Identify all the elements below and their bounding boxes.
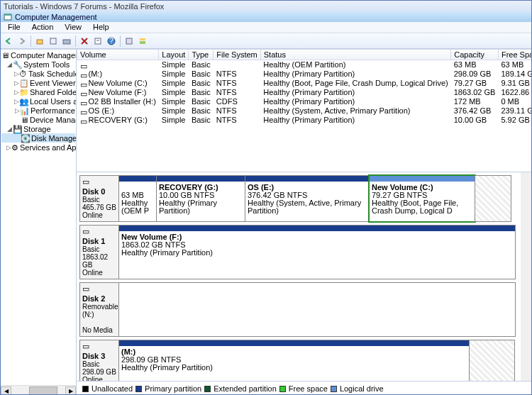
volume-row[interactable]: ▭New Volume (C:)SimpleBasicNTFSHealthy (… (77, 79, 532, 88)
tree-scrollbar[interactable]: ◀▶ (1, 385, 76, 395)
volume-icon: ▭ (80, 117, 87, 124)
disk-graphical-view[interactable]: ▭Disk 0Basic465.76 GBOnline63 MBHealthy … (77, 172, 521, 381)
partition[interactable]: New Volume (C:)79.27 GB NTFSHealthy (Boo… (369, 175, 475, 222)
partition[interactable] (475, 175, 511, 222)
event-icon: 📋 (19, 79, 28, 87)
volume-row[interactable]: ▭SimpleBasicHealthy (OEM Partition)63 MB… (77, 60, 532, 69)
expand-icon[interactable]: ▷ (6, 144, 11, 151)
volume-header-row[interactable]: Volume Layout Type File System Status Ca… (77, 50, 532, 60)
volume-icon: ▭ (80, 99, 87, 106)
menu-view[interactable]: View (59, 22, 87, 33)
col-capacity[interactable]: Capacity (451, 50, 499, 60)
vertical-scrollbar[interactable] (521, 172, 531, 381)
help-icon[interactable]: ? (105, 35, 118, 48)
volume-row[interactable]: ▭(M:)SimpleBasicNTFSHealthy (Primary Par… (77, 69, 532, 79)
col-free[interactable]: Free Space (498, 50, 531, 60)
view1-icon[interactable] (123, 35, 135, 48)
partition[interactable]: 63 MBHealthy (OEM P (118, 175, 157, 222)
tree-performance[interactable]: Performance (31, 106, 75, 115)
disk-row: ▭Disk 1Basic1863.02 GBOnlineNew Volume (… (79, 225, 518, 279)
users-icon: 👥 (19, 97, 28, 106)
volume-row[interactable]: ▭RECOVERY (G:)SimpleBasicNTFSHealthy (Pr… (77, 116, 532, 125)
disk-icon: 💽 (21, 134, 30, 143)
volume-icon: ▭ (80, 108, 87, 115)
window-header: Computer Management (1, 12, 531, 22)
expand-icon[interactable]: ▷ (14, 79, 19, 87)
legend-extended: Extended partition (214, 384, 277, 393)
nav-tree[interactable]: 🖥Computer Management (Local ◢🔧System Too… (1, 50, 77, 395)
volume-icon: ▭ (80, 71, 87, 78)
svg-rect-11 (140, 41, 145, 44)
tree-disk-management[interactable]: Disk Management (31, 134, 77, 143)
disk-header[interactable]: ▭Disk 0Basic465.76 GBOnline (79, 175, 119, 222)
svg-rect-10 (140, 38, 145, 40)
disk-header[interactable]: ▭Disk 1Basic1863.02 GBOnline (79, 225, 119, 279)
volume-list[interactable]: Volume Layout Type File System Status Ca… (77, 50, 531, 172)
browser-title-text: Tutorials - Windows 7 Forums - Mozilla F… (4, 2, 164, 11)
col-type[interactable]: Type (189, 50, 214, 60)
browser-titlebar: Tutorials - Windows 7 Forums - Mozilla F… (1, 1, 531, 12)
tree-storage[interactable]: Storage (23, 125, 51, 133)
partition[interactable]: RECOVERY (G:)10.00 GB NTFSHealthy (Prima… (156, 175, 245, 222)
partition[interactable] (469, 340, 515, 381)
col-fs[interactable]: File System (214, 50, 260, 60)
disk-row: ▭Disk 2Removable (N:)No Media (79, 282, 518, 337)
storage-icon: 💾 (13, 125, 22, 133)
legend-free: Free space (289, 384, 328, 393)
svg-rect-5 (95, 38, 101, 44)
volume-row[interactable]: ▭OS (E:)SimpleBasicNTFSHealthy (System, … (77, 106, 532, 116)
partition[interactable]: (M:)298.09 GB NTFSHealthy (Primary Parti… (118, 340, 470, 381)
svg-rect-2 (37, 40, 43, 44)
view2-icon[interactable] (136, 35, 149, 48)
menu-file[interactable]: File (2, 22, 26, 33)
partition[interactable]: OS (E:)376.42 GB NTFSHealthy (System, Ac… (245, 175, 370, 222)
tree-device-manager[interactable]: Device Manager (30, 116, 77, 124)
disk-header[interactable]: ▭Disk 2Removable (N:)No Media (79, 282, 119, 337)
tree-task-scheduler[interactable]: Task Scheduler (28, 69, 77, 78)
tree-shared-folders[interactable]: Shared Folders (30, 88, 77, 96)
expand-icon[interactable]: ◢ (6, 61, 13, 68)
window-title: Computer Management (15, 13, 97, 21)
folder-icon: 📁 (19, 88, 28, 96)
svg-rect-1 (4, 14, 11, 16)
svg-rect-3 (50, 38, 56, 44)
app-icon (4, 13, 12, 21)
forward-button[interactable] (16, 35, 28, 48)
tree-root[interactable]: Computer Management (Local (11, 51, 77, 60)
refresh-icon[interactable] (60, 35, 73, 48)
col-layout[interactable]: Layout (159, 50, 189, 60)
legend-logical: Logical drive (340, 384, 384, 393)
svg-rect-9 (126, 38, 132, 44)
expand-icon[interactable]: ▷ (14, 70, 19, 77)
tree-services-apps[interactable]: Services and Applications (20, 143, 77, 152)
back-button[interactable] (2, 35, 15, 48)
computer-icon: 🖥 (1, 51, 9, 60)
svg-text:?: ? (109, 37, 113, 45)
expand-icon[interactable]: ▷ (14, 89, 19, 96)
tree-local-users[interactable]: Local Users and Groups (30, 97, 77, 106)
tree-system-tools[interactable]: System Tools (23, 60, 70, 69)
partition[interactable]: New Volume (F:)1863.02 GB NTFSHealthy (P… (118, 225, 516, 279)
disk-header[interactable]: ▭Disk 3Basic298.09 GBOnline (79, 340, 119, 381)
expand-icon[interactable]: ▷ (14, 98, 19, 105)
toolbar: ? (1, 33, 531, 49)
tree-event-viewer[interactable]: Event Viewer (30, 79, 76, 87)
up-button[interactable] (33, 35, 46, 48)
volume-row[interactable]: ▭New Volume (F:)SimpleBasicNTFSHealthy (… (77, 88, 532, 97)
properties-icon[interactable] (47, 35, 60, 48)
partition[interactable] (118, 282, 516, 337)
disk-icon: ▭ (82, 343, 94, 351)
legend-unallocated: Unallocated (92, 384, 133, 393)
volume-row[interactable]: ▭O2 BB Installer (H:)SimpleBasicCDFSHeal… (77, 97, 532, 106)
col-status[interactable]: Status (260, 50, 450, 60)
expand-icon[interactable]: ◢ (6, 126, 13, 133)
delete-icon[interactable] (78, 35, 91, 48)
menu-help[interactable]: Help (87, 22, 115, 33)
col-volume[interactable]: Volume (77, 50, 159, 60)
disk-icon: ▭ (82, 228, 94, 236)
disk-icon: ▭ (82, 285, 94, 294)
legend: Unallocated Primary partition Extended p… (77, 381, 531, 395)
props2-icon[interactable] (92, 35, 104, 48)
menu-action[interactable]: Action (26, 22, 60, 33)
expand-icon[interactable]: ▷ (14, 107, 20, 114)
